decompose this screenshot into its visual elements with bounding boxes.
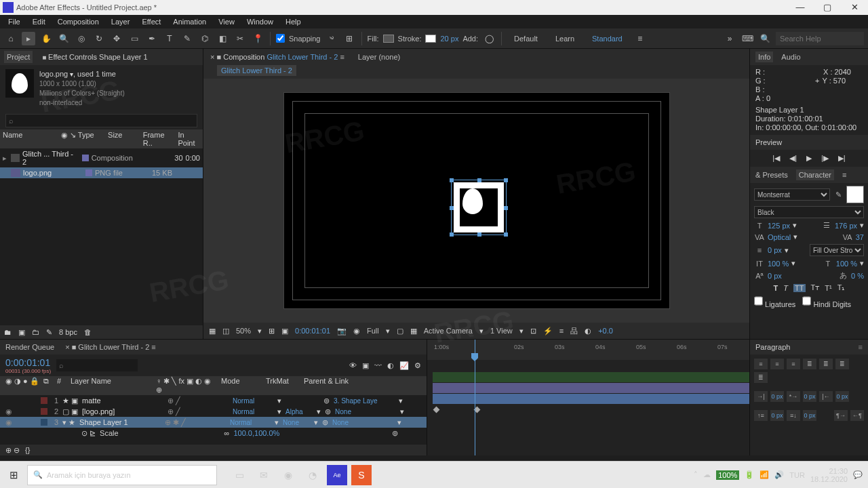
hand-tool[interactable]: ✋ bbox=[39, 32, 53, 45]
character-tab[interactable]: Character bbox=[796, 169, 834, 180]
info-tab[interactable]: Info bbox=[755, 52, 773, 62]
justify-right-icon[interactable]: ≣ bbox=[835, 359, 849, 369]
vscale-value[interactable]: 100 % bbox=[768, 260, 789, 268]
frameblend-icon[interactable]: 〰 bbox=[374, 361, 382, 370]
superscript-icon[interactable]: T¹ bbox=[825, 284, 831, 292]
guides-icon[interactable]: ▣ bbox=[281, 327, 288, 336]
brush-tool[interactable]: ✎ bbox=[180, 32, 194, 45]
battery-icon[interactable]: 🔋 bbox=[745, 470, 754, 479]
draft3d-icon[interactable]: ▣ bbox=[362, 361, 369, 370]
go-last-icon[interactable]: ▶| bbox=[838, 154, 846, 163]
direction-ltr-icon[interactable]: ¶→ bbox=[834, 410, 848, 421]
channel-icon[interactable]: ◉ bbox=[353, 327, 360, 336]
roi-icon[interactable]: ▢ bbox=[397, 327, 403, 336]
maximize-button[interactable]: ▢ bbox=[814, 0, 841, 15]
add-menu-icon[interactable]: ◯ bbox=[482, 32, 496, 45]
menu-composition[interactable]: Composition bbox=[52, 16, 104, 27]
project-tab[interactable]: Project bbox=[4, 51, 33, 63]
font-size-value[interactable]: 125 px bbox=[768, 222, 790, 230]
composition-viewer[interactable] bbox=[203, 79, 749, 323]
indent-right-icon[interactable]: |← bbox=[819, 391, 833, 402]
alpha-icon[interactable]: ▦ bbox=[209, 327, 216, 336]
hscale-value[interactable]: 100 % bbox=[836, 260, 857, 268]
timeline-comp-tab[interactable]: × ■ Glitch Lower Third - 2 ≡ bbox=[65, 343, 156, 351]
space-before-icon[interactable]: ↑≡ bbox=[754, 410, 768, 421]
timeline-layer-1[interactable]: 1 ★ ▣ matte ⊕ ╱ Normal▾ ⊚3. Shape Laye▾ bbox=[0, 395, 427, 406]
leading-value[interactable]: 176 px bbox=[835, 222, 857, 230]
align-left-icon[interactable]: ≡ bbox=[754, 359, 768, 369]
project-search-input[interactable] bbox=[5, 114, 197, 127]
preview-tab[interactable]: Preview bbox=[755, 138, 782, 146]
workspace-menu-icon[interactable]: ≡ bbox=[633, 32, 647, 45]
next-frame-icon[interactable]: |▶ bbox=[821, 154, 829, 163]
task-view-icon[interactable]: ▭ bbox=[229, 465, 250, 485]
exposure-reset-icon[interactable]: ◐ bbox=[585, 327, 591, 336]
comp-breadcrumb[interactable]: Glitch Lower Third - 2 bbox=[217, 65, 296, 76]
minimize-button[interactable]: — bbox=[787, 0, 814, 15]
justify-all-icon[interactable]: ≣ bbox=[754, 372, 768, 383]
toggle-modes-icon[interactable]: {} bbox=[25, 446, 30, 454]
zoom-level[interactable]: 50% bbox=[236, 327, 251, 335]
pixel-aspect-icon[interactable]: ⊡ bbox=[530, 327, 536, 336]
graph-icon[interactable]: 📈 bbox=[399, 361, 409, 370]
tray-up-icon[interactable]: ˄ bbox=[694, 470, 698, 479]
edge-icon[interactable]: ◔ bbox=[302, 465, 323, 485]
resolution[interactable]: Full bbox=[367, 327, 379, 335]
workspace-learn[interactable]: Learn bbox=[549, 35, 581, 43]
panel-menu-icon[interactable]: ≡ bbox=[842, 171, 846, 179]
roto-tool[interactable]: ✂ bbox=[233, 32, 247, 45]
workspace-overflow-icon[interactable]: » bbox=[723, 32, 736, 45]
puppet-tool[interactable]: 📍 bbox=[251, 32, 264, 45]
eraser-tool[interactable]: ◧ bbox=[216, 32, 229, 45]
motionblur-icon[interactable]: ◐ bbox=[387, 361, 394, 370]
fill-swatch[interactable] bbox=[383, 35, 394, 43]
tsume-value[interactable]: 0 % bbox=[851, 272, 864, 280]
onedrive-icon[interactable]: ☁ bbox=[703, 470, 711, 479]
shy-icon[interactable]: 👁 bbox=[349, 361, 357, 370]
menu-animation[interactable]: Animation bbox=[167, 16, 212, 27]
direction-rtl-icon[interactable]: ←¶ bbox=[850, 410, 864, 421]
hindi-checkbox[interactable]: Hindi Digits bbox=[802, 295, 851, 308]
timeline-property-scale[interactable]: ⊙ ⊵ Scale ∞ 100.0,100.0% ⊚ bbox=[0, 428, 427, 439]
mask-icon[interactable]: ◫ bbox=[222, 327, 229, 336]
smallcaps-icon[interactable]: Tᴛ bbox=[811, 283, 820, 292]
indent-left-icon[interactable]: →| bbox=[754, 391, 768, 402]
home-icon[interactable]: ⌂ bbox=[4, 32, 18, 45]
justify-center-icon[interactable]: ≣ bbox=[819, 359, 833, 369]
stroke-option-select[interactable]: Fill Over Stroke bbox=[810, 244, 864, 256]
space-after-icon[interactable]: ≡↓ bbox=[787, 410, 800, 421]
aftereffects-icon[interactable]: Ae bbox=[327, 465, 347, 485]
indent-first-icon[interactable]: *→ bbox=[787, 391, 800, 402]
workspace-default[interactable]: Default bbox=[507, 35, 545, 43]
menu-view[interactable]: View bbox=[213, 16, 240, 27]
pen-tool[interactable]: ✒ bbox=[145, 32, 159, 45]
justify-left-icon[interactable]: ≣ bbox=[803, 359, 816, 369]
volume-icon[interactable]: 🔊 bbox=[774, 470, 784, 479]
adjustment-icon[interactable]: ✎ bbox=[46, 328, 52, 337]
rotate-tool[interactable]: ↻ bbox=[92, 32, 106, 45]
search-icon[interactable]: 🔍 bbox=[758, 32, 772, 45]
align-right-icon[interactable]: ≡ bbox=[787, 359, 800, 369]
comp-tab[interactable]: × ■ Composition Glitch Lower Third - 2 ≡ bbox=[208, 51, 347, 63]
stroke-swatch[interactable] bbox=[425, 35, 436, 43]
new-comp-icon[interactable]: ▣ bbox=[18, 328, 25, 337]
snapping-checkbox[interactable] bbox=[276, 34, 285, 43]
snap-opt-icon[interactable]: ༄ bbox=[325, 32, 338, 45]
workspace-standard[interactable]: Standard bbox=[585, 35, 629, 43]
tracking-value[interactable]: 37 bbox=[856, 233, 864, 241]
menu-edit[interactable]: Edit bbox=[27, 16, 51, 27]
menu-help[interactable]: Help bbox=[280, 16, 307, 27]
effect-controls-tab[interactable]: ■ Effect Controls Shape Layer 1 bbox=[39, 51, 150, 63]
menu-file[interactable]: File bbox=[3, 16, 26, 27]
taskbar-search[interactable]: 🔍Aramak için buraya yazın bbox=[27, 465, 217, 485]
toggle-switches-icon[interactable]: ⊕ ⊖ bbox=[5, 446, 20, 455]
prev-frame-icon[interactable]: ◀| bbox=[789, 154, 797, 163]
language-indicator[interactable]: TUR bbox=[789, 471, 805, 479]
start-button[interactable]: ⊞ bbox=[0, 469, 27, 481]
keyboard-icon[interactable]: ⌨ bbox=[741, 32, 754, 45]
snapshot-icon[interactable]: 📷 bbox=[337, 327, 347, 336]
kerning-value[interactable]: Optical bbox=[768, 233, 791, 241]
italic-icon[interactable]: T bbox=[783, 284, 788, 292]
eyedropper-icon[interactable]: ✎ bbox=[833, 190, 844, 199]
font-family-select[interactable]: Montserrat bbox=[754, 188, 830, 201]
